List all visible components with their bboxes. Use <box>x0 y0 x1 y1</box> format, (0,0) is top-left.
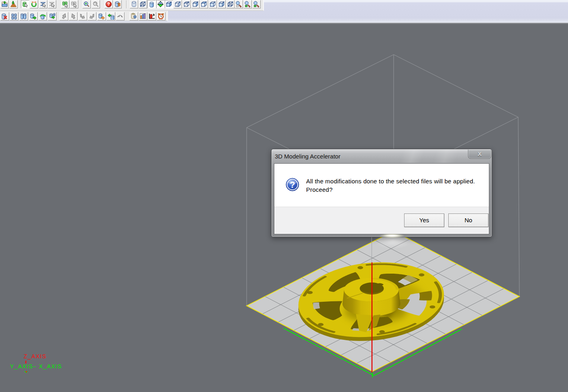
svg-text:?: ? <box>107 2 110 6</box>
svg-text:i: i <box>119 3 119 6</box>
svg-text:?: ? <box>290 180 295 190</box>
